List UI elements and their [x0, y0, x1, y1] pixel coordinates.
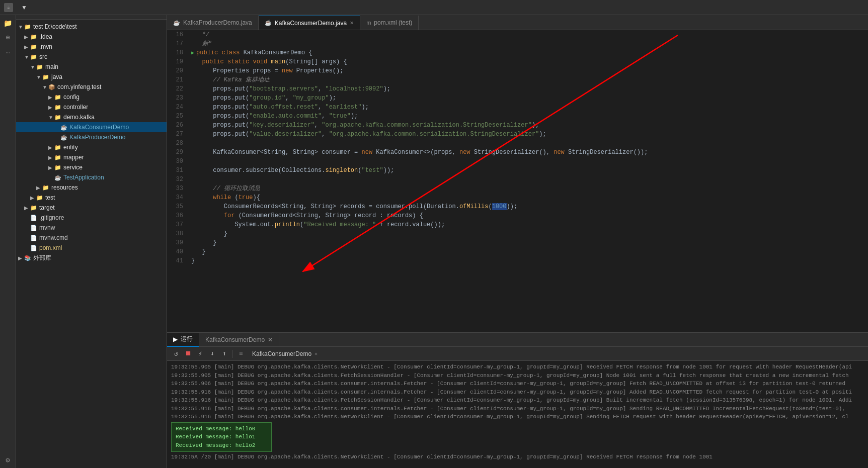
line-number: 35: [169, 202, 183, 211]
tree-item-KafkaConsumerDemo[interactable]: ☕KafkaConsumerDemo: [16, 122, 167, 132]
tree-icon: ☕: [60, 124, 67, 131]
tree-arrow: ▶: [18, 255, 24, 261]
toolbar-up-btn[interactable]: ⬆: [219, 349, 229, 359]
run-config-close[interactable]: ✕: [314, 351, 318, 357]
console-debug-line: 19:32:55.916 [main] DEBUG org.apache.kaf…: [171, 413, 864, 421]
code-line: props.put("enable.auto.commit", "true");: [191, 112, 864, 121]
sidebar-icon-strip: 📁 ⊕ … ⚙: [0, 15, 16, 468]
toolbar-separator: [232, 350, 233, 358]
code-text: props.put("group.id", "my_group");: [191, 93, 336, 103]
code-line: props.put("bootstrap.servers", "localhos…: [191, 84, 864, 93]
code-line: */: [191, 30, 864, 39]
tree-item-config[interactable]: ▶📁config: [16, 92, 167, 102]
code-editor[interactable]: 1617181920212223242526272829303132333435…: [167, 30, 868, 332]
toolbar-menu-btn[interactable]: ≡: [236, 349, 246, 359]
console-received-line: Received message: hello1: [176, 433, 267, 441]
tree-label: .idea: [39, 33, 52, 40]
bottom-toolbar: ↺ ⏹ ⚡ ⬇ ⬆ ≡ KafkaConsumerDemo ✕: [167, 347, 868, 361]
code-line: Properties props = new Properties();: [191, 66, 864, 75]
tree-item-mvn[interactable]: ▶📁.mvn: [16, 42, 167, 52]
tree-item-pom-xml[interactable]: 📄pom.xml: [16, 243, 167, 253]
tab-run[interactable]: ▶ 运行: [167, 333, 199, 347]
tree-arrow: ▶: [48, 95, 54, 100]
sidebar-icon-folder[interactable]: 📁: [2, 17, 14, 29]
tab-close-icon[interactable]: ✕: [268, 336, 273, 343]
toolbar-down-btn[interactable]: ⬇: [207, 349, 217, 359]
tree-item-entity[interactable]: ▶📁entity: [16, 142, 167, 152]
tree-item-mapper[interactable]: ▶📁mapper: [16, 152, 167, 162]
tree-item-target[interactable]: ▶📁target: [16, 203, 167, 213]
code-text: Properties props = new Properties();: [191, 66, 343, 75]
file-tree: ▼📁test D:\code\test▶📁.idea▶📁.mvn▼📁src▼📁m…: [16, 20, 167, 468]
tree-icon: 📄: [30, 215, 37, 221]
tree-icon: 📁: [36, 195, 43, 201]
line-number: 32: [169, 175, 183, 184]
tree-icon: 📁: [42, 184, 49, 191]
tree-label: KafkaConsumerDemo: [69, 124, 129, 131]
code-line: [191, 139, 864, 148]
tree-item-mvnw-cmd[interactable]: 📄mvnw.cmd: [16, 233, 167, 243]
project-dropdown[interactable]: ▼: [21, 4, 27, 11]
line-numbers: 1617181920212223242526272829303132333435…: [167, 30, 187, 332]
line-number: 34: [169, 193, 183, 202]
editor-tabs: ☕KafkaProducerDemo.java☕KafkaConsumerDem…: [167, 15, 868, 30]
sidebar-icon-more[interactable]: …: [2, 45, 14, 57]
file-tree-panel: ▼📁test D:\code\test▶📁.idea▶📁.mvn▼📁src▼📁m…: [16, 15, 167, 468]
tree-item-TestApplication[interactable]: ☕TestApplication: [16, 172, 167, 182]
code-text: while (true){: [191, 193, 260, 202]
tree-item-src[interactable]: ▼📁src: [16, 52, 167, 62]
code-text: public class KafkaConsumerDemo {: [196, 48, 312, 57]
code-line: [191, 157, 864, 166]
tree-item-resources[interactable]: ▶📁resources: [16, 182, 167, 193]
tab-kafka-consumer[interactable]: KafkaConsumerDemo ✕: [199, 333, 279, 347]
tab-close[interactable]: ✕: [350, 20, 354, 26]
line-number: 36: [169, 211, 183, 220]
code-text: [191, 157, 195, 166]
code-text: props.put("auto.offset.reset", "earliest…: [191, 103, 369, 112]
toolbar-stop-btn[interactable]: ⏹: [183, 349, 193, 359]
line-number: 21: [169, 75, 183, 84]
tree-arrow: ▼: [24, 54, 30, 60]
code-content: 1617181920212223242526272829303132333435…: [167, 30, 868, 332]
sidebar-icon-search[interactable]: ⊕: [2, 31, 14, 43]
code-lines: */ 新"▶public class KafkaConsumerDemo { p…: [187, 30, 868, 332]
tree-item-gitignore[interactable]: 📄.gitignore: [16, 213, 167, 223]
tree-label: target: [39, 204, 55, 211]
code-text: // Kafka 集群地址: [191, 75, 270, 84]
console-debug-line: 19:32:55.916 [main] DEBUG org.apache.kaf…: [171, 388, 864, 397]
tree-item-controller[interactable]: ▶📁controller: [16, 102, 167, 112]
tree-item-KafkaProducerDemo[interactable]: ☕KafkaProducerDemo: [16, 132, 167, 142]
console-debug-line: 19:32:55.916 [main] DEBUG org.apache.kaf…: [171, 396, 864, 405]
tree-item-idea[interactable]: ▶📁.idea: [16, 32, 167, 42]
tree-label: mvnw: [39, 224, 55, 231]
tab-label: KafkaProducerDemo.java: [183, 19, 252, 26]
tree-arrow: ▼: [48, 115, 54, 120]
run-config-label: KafkaConsumerDemo: [252, 350, 311, 357]
toolbar-build-btn[interactable]: ⚡: [195, 349, 205, 359]
tree-item-mvnw[interactable]: 📄mvnw: [16, 223, 167, 233]
tree-item-demo-kafka[interactable]: ▼📁demo.kafka: [16, 112, 167, 122]
tree-item-com-yinfeng-test[interactable]: ▼📦com.yinfeng.test: [16, 82, 167, 92]
tree-item-service[interactable]: ▶📁service: [16, 162, 167, 172]
tree-item-test-dir[interactable]: ▶📁test: [16, 193, 167, 203]
tree-arrow: ▶: [24, 44, 30, 50]
tab-producer[interactable]: ☕KafkaProducerDemo.java: [167, 16, 259, 30]
line-number: 24: [169, 103, 183, 112]
tab-pom[interactable]: mpom.xml (test): [360, 16, 419, 30]
line-number: 18: [169, 48, 183, 57]
code-line: public static void main(String[] args) {: [191, 57, 864, 66]
line-number: 33: [169, 184, 183, 193]
tree-arrow: ▶: [48, 155, 54, 160]
run-indicator: ▶: [191, 49, 194, 57]
line-number: 28: [169, 139, 183, 148]
tree-item-main[interactable]: ▼📁main: [16, 62, 167, 72]
tree-item-test-root[interactable]: ▼📁test D:\code\test: [16, 22, 167, 32]
code-line: }: [191, 229, 864, 238]
tree-label: test: [45, 194, 55, 201]
tab-consumer[interactable]: ☕KafkaConsumerDemo.java✕: [259, 16, 360, 30]
tree-item-external-libs[interactable]: ▶📚外部库: [16, 253, 167, 263]
tree-icon: 📁: [30, 54, 37, 60]
tree-item-java[interactable]: ▼📁java: [16, 72, 167, 82]
toolbar-restart-btn[interactable]: ↺: [171, 349, 181, 359]
sidebar-icon-settings[interactable]: ⚙: [2, 454, 14, 466]
